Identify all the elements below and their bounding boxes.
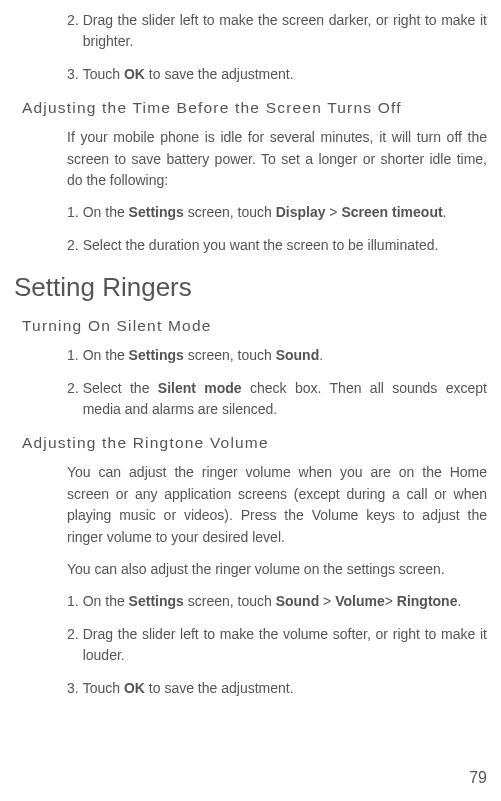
list-item: 2. Select the Silent mode check box. The… — [14, 378, 487, 420]
list-item: 2. Drag the slider left to make the volu… — [14, 624, 487, 666]
list-item: 2. Select the duration you want the scre… — [14, 235, 487, 256]
list-text: On the Settings screen, touch Display > … — [83, 202, 487, 223]
list-number: 2. — [14, 10, 83, 52]
list-item: 1. On the Settings screen, touch Display… — [14, 202, 487, 223]
list-item: 3. Touch OK to save the adjustment. — [14, 64, 487, 85]
paragraph: You can also adjust the ringer volume on… — [14, 559, 487, 581]
list-item: 2. Drag the slider left to make the scre… — [14, 10, 487, 52]
subheading-silent-mode: Turning On Silent Mode — [14, 317, 487, 335]
paragraph: You can adjust the ringer volume when yo… — [14, 462, 487, 549]
list-text: Select the Silent mode check box. Then a… — [83, 378, 487, 420]
list-text: Touch OK to save the adjustment. — [83, 678, 487, 699]
list-item: 1. On the Settings screen, touch Sound. — [14, 345, 487, 366]
list-number: 2. — [14, 235, 83, 256]
heading-setting-ringers: Setting Ringers — [14, 272, 487, 303]
list-number: 3. — [14, 64, 83, 85]
page-number: 79 — [469, 769, 487, 787]
list-text: Touch OK to save the adjustment. — [83, 64, 487, 85]
subheading-ringtone-volume: Adjusting the Ringtone Volume — [14, 434, 487, 452]
list-text: On the Settings screen, touch Sound. — [83, 345, 487, 366]
list-item: 1. On the Settings screen, touch Sound >… — [14, 591, 487, 612]
list-number: 3. — [14, 678, 83, 699]
list-text: On the Settings screen, touch Sound > Vo… — [83, 591, 487, 612]
list-number: 1. — [14, 345, 83, 366]
list-text: Select the duration you want the screen … — [83, 235, 487, 256]
list-number: 1. — [14, 591, 83, 612]
subheading-screen-timeout: Adjusting the Time Before the Screen Tur… — [14, 99, 487, 117]
list-number: 1. — [14, 202, 83, 223]
list-number: 2. — [14, 624, 83, 666]
list-item: 3. Touch OK to save the adjustment. — [14, 678, 487, 699]
list-text: Drag the slider left to make the volume … — [83, 624, 487, 666]
paragraph: If your mobile phone is idle for several… — [14, 127, 487, 192]
list-number: 2. — [14, 378, 83, 420]
list-text: Drag the slider left to make the screen … — [83, 10, 487, 52]
